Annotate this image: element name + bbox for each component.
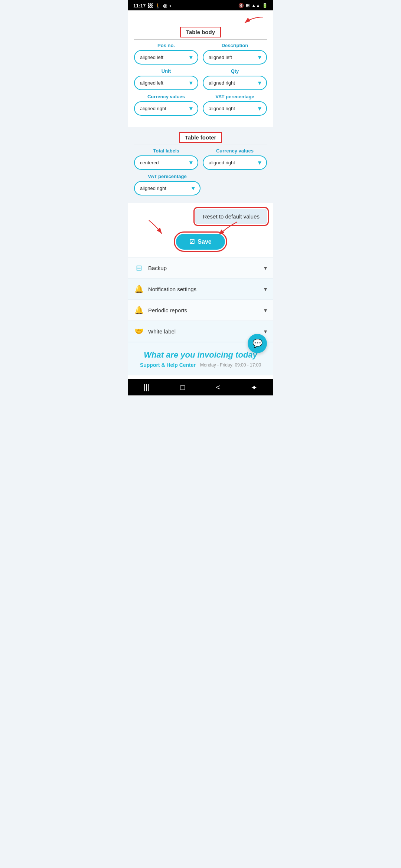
menu-item-backup[interactable]: ⊟ Backup ▾ [128, 257, 273, 279]
field-label-description: Description [203, 43, 267, 48]
menu-item-backup-left: ⊟ Backup [134, 263, 167, 272]
annotation-arrow-svg [234, 16, 267, 26]
menu-item-notification-left: 🔔 Notification settings [134, 285, 196, 293]
photo-icon: 🖼 [148, 3, 153, 9]
chevron-qty: ▾ [258, 79, 261, 86]
chevron-currency-body: ▾ [189, 105, 192, 112]
save-button[interactable]: ☑ Save [176, 234, 225, 250]
chevron-pos-no: ▾ [189, 54, 192, 61]
save-icon: ☑ [189, 238, 195, 245]
field-label-unit: Unit [134, 68, 198, 74]
chevron-description: ▾ [258, 54, 261, 61]
wifi-icon: ▲▲ [251, 3, 260, 8]
field-label-pos-no: Pos no. [134, 43, 198, 48]
battery-icon: 🔋 [262, 3, 268, 8]
field-select-qty[interactable]: aligned right ▾ [203, 76, 267, 90]
chevron-vat-footer: ▾ [192, 185, 195, 192]
nav-back-button[interactable]: < [216, 383, 220, 392]
chat-icon: 💬 [252, 339, 263, 348]
mute-icon: 🔇 [238, 3, 244, 8]
backup-icon: ⊟ [134, 263, 144, 272]
field-select-vat-body[interactable]: aligned right ▾ [203, 101, 267, 116]
field-group-currency-footer: Currency values aligned right ▾ [203, 148, 267, 170]
field-select-total-labels[interactable]: centered ▾ [134, 155, 198, 170]
table-footer-title-wrapper: Table footer [134, 132, 267, 143]
arrow-annotation [134, 16, 267, 26]
chevron-total-labels: ▾ [189, 159, 192, 166]
main-content: Table body Pos no. aligned left ▾ Descri… [128, 10, 273, 379]
field-group-description: Description aligned left ▾ [203, 43, 267, 65]
field-group-vat-body: VAT perecentage aligned right ▾ [203, 94, 267, 116]
menu-item-periodic-reports[interactable]: 🔔 Periodic reports ▾ [128, 300, 273, 321]
promo-sub: Support & Help Center Monday - Friday: 0… [134, 362, 267, 368]
promo-hours: Monday - Friday: 09:00 - 17:00 [200, 362, 261, 368]
field-select-vat-footer[interactable]: aligned right ▾ [134, 181, 200, 195]
save-wrapper: ☑ Save [134, 234, 267, 250]
field-label-qty: Qty [203, 68, 267, 74]
field-select-currency-body[interactable]: aligned right ▾ [134, 101, 198, 116]
field-label-total-labels: Total labels [134, 148, 198, 154]
field-label-currency-footer: Currency values [203, 148, 267, 154]
field-group-unit: Unit aligned left ▾ [134, 68, 198, 90]
table-footer-title: Table footer [179, 132, 222, 143]
field-label-vat-footer: VAT perecentage [134, 174, 200, 179]
chat-fab-button[interactable]: 💬 [248, 334, 267, 353]
table-footer-section: Table footer Total labels centered ▾ Cur… [128, 127, 273, 203]
chevron-unit: ▾ [189, 79, 192, 86]
signal-icon: ⊞ [246, 3, 250, 8]
periodic-icon: 🔔 [134, 306, 144, 315]
field-select-pos-no[interactable]: aligned left ▾ [134, 50, 198, 65]
promo-main-text: What are you invoicing today [134, 350, 267, 361]
notification-icon: 🔔 [134, 285, 144, 293]
table-footer-fields: Total labels centered ▾ Currency values … [134, 148, 267, 170]
dot-icon: • [169, 3, 171, 9]
field-select-currency-footer[interactable]: aligned right ▾ [203, 155, 267, 170]
table-body-fields: Pos no. aligned left ▾ Description align… [134, 43, 267, 116]
field-select-unit[interactable]: aligned left ▾ [134, 76, 198, 90]
target-icon: ◎ [163, 3, 167, 9]
menu-item-white-label-left: 🤝 White label [134, 327, 176, 336]
nav-menu-button[interactable]: ||| [144, 383, 150, 392]
person-icon: 🚶 [155, 3, 161, 9]
white-label-label: White label [148, 328, 176, 335]
nav-accessibility-button[interactable]: ✦ [251, 383, 257, 392]
field-group-currency-body: Currency values aligned right ▾ [134, 94, 198, 116]
backup-label: Backup [148, 265, 167, 271]
save-label: Save [198, 239, 211, 245]
nav-bar: ||| □ < ✦ [128, 379, 273, 395]
status-left: 11:17 🖼 🚶 ◎ • [133, 3, 171, 9]
time-display: 11:17 [133, 3, 146, 9]
buttons-area: Reset to default values [128, 203, 273, 257]
field-label-currency-body: Currency values [134, 94, 198, 99]
menu-item-notification-settings[interactable]: 🔔 Notification settings ▾ [128, 279, 273, 300]
status-bar: 11:17 🖼 🚶 ◎ • 🔇 ⊞ ▲▲ 🔋 [128, 0, 273, 10]
periodic-label: Periodic reports [148, 307, 187, 313]
table-body-title: Table body [180, 27, 221, 37]
white-label-icon: 🤝 [134, 327, 144, 336]
promo-support-label: Support & Help Center [140, 362, 196, 368]
chevron-currency-footer: ▾ [258, 159, 261, 166]
notification-label: Notification settings [148, 286, 196, 292]
menu-section: ⊟ Backup ▾ 🔔 Notification settings ▾ 🔔 P… [128, 257, 273, 342]
table-body-title-wrapper: Table body [134, 27, 267, 37]
arrow-to-save [141, 219, 171, 237]
field-select-description[interactable]: aligned left ▾ [203, 50, 267, 65]
promo-section: What are you invoicing today Support & H… [128, 342, 273, 375]
menu-item-periodic-left: 🔔 Periodic reports [134, 306, 187, 315]
backup-chevron: ▾ [264, 264, 267, 272]
field-group-vat-footer: VAT perecentage aligned right ▾ [134, 174, 200, 195]
periodic-chevron: ▾ [264, 307, 267, 314]
field-group-pos-no: Pos no. aligned left ▾ [134, 43, 198, 65]
table-body-section: Table body Pos no. aligned left ▾ Descri… [128, 10, 273, 123]
field-label-vat-body: VAT perecentage [203, 94, 267, 99]
chevron-vat-body: ▾ [258, 105, 261, 112]
notification-chevron: ▾ [264, 286, 267, 293]
status-right: 🔇 ⊞ ▲▲ 🔋 [238, 3, 268, 8]
field-group-qty: Qty aligned right ▾ [203, 68, 267, 90]
field-group-total-labels: Total labels centered ▾ [134, 148, 198, 170]
white-label-chevron: ▾ [264, 328, 267, 335]
nav-home-button[interactable]: □ [180, 383, 185, 392]
